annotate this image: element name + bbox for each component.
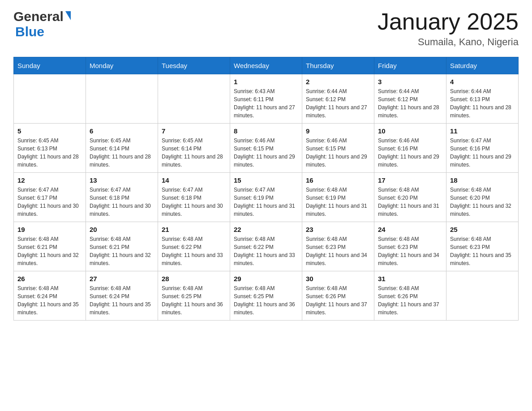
calendar-cell: 3Sunrise: 6:44 AM Sunset: 6:12 PM Daylig… bbox=[374, 74, 446, 124]
day-number: 31 bbox=[378, 275, 442, 283]
day-number: 4 bbox=[450, 78, 515, 86]
day-info: Sunrise: 6:48 AM Sunset: 6:23 PM Dayligh… bbox=[306, 235, 370, 267]
day-number: 15 bbox=[234, 176, 298, 184]
day-info: Sunrise: 6:48 AM Sunset: 6:21 PM Dayligh… bbox=[90, 235, 154, 267]
logo: General Blue bbox=[13, 9, 71, 39]
day-number: 1 bbox=[234, 78, 298, 86]
day-info: Sunrise: 6:48 AM Sunset: 6:21 PM Dayligh… bbox=[17, 235, 82, 267]
logo-blue-text: Blue bbox=[15, 24, 71, 39]
calendar-day-header: Tuesday bbox=[158, 57, 230, 74]
day-info: Sunrise: 6:48 AM Sunset: 6:19 PM Dayligh… bbox=[306, 186, 370, 218]
day-info: Sunrise: 6:47 AM Sunset: 6:19 PM Dayligh… bbox=[234, 186, 298, 218]
calendar-cell: 13Sunrise: 6:47 AM Sunset: 6:18 PM Dayli… bbox=[86, 173, 158, 222]
calendar-cell bbox=[14, 74, 86, 124]
day-number: 20 bbox=[90, 226, 154, 233]
calendar-cell: 17Sunrise: 6:48 AM Sunset: 6:20 PM Dayli… bbox=[374, 173, 446, 222]
day-number: 17 bbox=[378, 176, 442, 184]
day-info: Sunrise: 6:48 AM Sunset: 6:24 PM Dayligh… bbox=[17, 284, 82, 317]
calendar-header-row: SundayMondayTuesdayWednesdayThursdayFrid… bbox=[14, 57, 519, 74]
calendar-cell: 25Sunrise: 6:48 AM Sunset: 6:23 PM Dayli… bbox=[446, 222, 519, 271]
day-info: Sunrise: 6:44 AM Sunset: 6:12 PM Dayligh… bbox=[306, 87, 370, 120]
day-info: Sunrise: 6:48 AM Sunset: 6:20 PM Dayligh… bbox=[378, 186, 442, 218]
day-info: Sunrise: 6:48 AM Sunset: 6:26 PM Dayligh… bbox=[306, 284, 370, 317]
calendar-day-header: Friday bbox=[374, 57, 446, 74]
day-info: Sunrise: 6:44 AM Sunset: 6:13 PM Dayligh… bbox=[450, 87, 515, 120]
day-number: 11 bbox=[450, 127, 515, 135]
calendar-week-row: 26Sunrise: 6:48 AM Sunset: 6:24 PM Dayli… bbox=[14, 271, 519, 321]
day-number: 29 bbox=[234, 275, 298, 283]
day-number: 27 bbox=[90, 275, 154, 283]
calendar-cell: 27Sunrise: 6:48 AM Sunset: 6:24 PM Dayli… bbox=[86, 271, 158, 321]
calendar-week-row: 5Sunrise: 6:45 AM Sunset: 6:13 PM Daylig… bbox=[14, 124, 519, 173]
day-number: 19 bbox=[17, 226, 82, 233]
day-number: 3 bbox=[378, 78, 442, 86]
day-number: 21 bbox=[162, 226, 226, 233]
calendar-cell: 2Sunrise: 6:44 AM Sunset: 6:12 PM Daylig… bbox=[302, 74, 374, 124]
calendar-cell: 19Sunrise: 6:48 AM Sunset: 6:21 PM Dayli… bbox=[14, 222, 86, 271]
calendar-cell: 30Sunrise: 6:48 AM Sunset: 6:26 PM Dayli… bbox=[302, 271, 374, 321]
day-number: 7 bbox=[162, 127, 226, 135]
calendar-cell: 5Sunrise: 6:45 AM Sunset: 6:13 PM Daylig… bbox=[14, 124, 86, 173]
day-info: Sunrise: 6:45 AM Sunset: 6:13 PM Dayligh… bbox=[17, 137, 82, 169]
logo-triangle-icon bbox=[65, 11, 71, 20]
day-number: 14 bbox=[162, 176, 226, 184]
day-number: 16 bbox=[306, 176, 370, 184]
location-text: Sumaila, Kano, Nigeria bbox=[378, 36, 519, 48]
calendar-cell: 11Sunrise: 6:47 AM Sunset: 6:16 PM Dayli… bbox=[446, 124, 519, 173]
day-info: Sunrise: 6:47 AM Sunset: 6:18 PM Dayligh… bbox=[90, 186, 154, 218]
calendar-cell bbox=[158, 74, 230, 124]
calendar-cell: 6Sunrise: 6:45 AM Sunset: 6:14 PM Daylig… bbox=[86, 124, 158, 173]
day-info: Sunrise: 6:43 AM Sunset: 6:11 PM Dayligh… bbox=[234, 87, 298, 120]
calendar-cell: 12Sunrise: 6:47 AM Sunset: 6:17 PM Dayli… bbox=[14, 173, 86, 222]
day-number: 12 bbox=[17, 176, 82, 184]
calendar-cell: 31Sunrise: 6:48 AM Sunset: 6:26 PM Dayli… bbox=[374, 271, 446, 321]
day-number: 24 bbox=[378, 226, 442, 233]
day-number: 5 bbox=[17, 127, 82, 135]
calendar-day-header: Wednesday bbox=[230, 57, 302, 74]
day-info: Sunrise: 6:48 AM Sunset: 6:20 PM Dayligh… bbox=[450, 186, 515, 218]
calendar-cell: 29Sunrise: 6:48 AM Sunset: 6:25 PM Dayli… bbox=[230, 271, 302, 321]
calendar-cell: 28Sunrise: 6:48 AM Sunset: 6:25 PM Dayli… bbox=[158, 271, 230, 321]
day-info: Sunrise: 6:46 AM Sunset: 6:15 PM Dayligh… bbox=[234, 137, 298, 169]
calendar-day-header: Monday bbox=[86, 57, 158, 74]
calendar-cell: 20Sunrise: 6:48 AM Sunset: 6:21 PM Dayli… bbox=[86, 222, 158, 271]
day-info: Sunrise: 6:46 AM Sunset: 6:15 PM Dayligh… bbox=[306, 137, 370, 169]
day-info: Sunrise: 6:48 AM Sunset: 6:22 PM Dayligh… bbox=[162, 235, 226, 267]
calendar-cell: 7Sunrise: 6:45 AM Sunset: 6:14 PM Daylig… bbox=[158, 124, 230, 173]
day-info: Sunrise: 6:44 AM Sunset: 6:12 PM Dayligh… bbox=[378, 87, 442, 120]
calendar-cell: 14Sunrise: 6:47 AM Sunset: 6:18 PM Dayli… bbox=[158, 173, 230, 222]
day-number: 28 bbox=[162, 275, 226, 283]
calendar-cell bbox=[446, 271, 519, 321]
month-title: January 2025 bbox=[378, 9, 519, 34]
day-number: 2 bbox=[306, 78, 370, 86]
day-info: Sunrise: 6:48 AM Sunset: 6:25 PM Dayligh… bbox=[162, 284, 226, 317]
day-number: 6 bbox=[90, 127, 154, 135]
day-info: Sunrise: 6:45 AM Sunset: 6:14 PM Dayligh… bbox=[90, 137, 154, 169]
day-info: Sunrise: 6:48 AM Sunset: 6:23 PM Dayligh… bbox=[450, 235, 515, 267]
calendar-cell: 4Sunrise: 6:44 AM Sunset: 6:13 PM Daylig… bbox=[446, 74, 519, 124]
calendar-table: SundayMondayTuesdayWednesdayThursdayFrid… bbox=[13, 57, 519, 321]
calendar-cell: 16Sunrise: 6:48 AM Sunset: 6:19 PM Dayli… bbox=[302, 173, 374, 222]
calendar-day-header: Sunday bbox=[14, 57, 86, 74]
day-info: Sunrise: 6:48 AM Sunset: 6:22 PM Dayligh… bbox=[234, 235, 298, 267]
logo-general-text: General bbox=[13, 9, 64, 24]
day-number: 25 bbox=[450, 226, 515, 233]
day-number: 18 bbox=[450, 176, 515, 184]
day-number: 10 bbox=[378, 127, 442, 135]
calendar-cell: 9Sunrise: 6:46 AM Sunset: 6:15 PM Daylig… bbox=[302, 124, 374, 173]
title-section: January 2025 Sumaila, Kano, Nigeria bbox=[378, 9, 519, 48]
day-info: Sunrise: 6:48 AM Sunset: 6:23 PM Dayligh… bbox=[378, 235, 442, 267]
calendar-week-row: 12Sunrise: 6:47 AM Sunset: 6:17 PM Dayli… bbox=[14, 173, 519, 222]
day-info: Sunrise: 6:48 AM Sunset: 6:26 PM Dayligh… bbox=[378, 284, 442, 317]
calendar-week-row: 19Sunrise: 6:48 AM Sunset: 6:21 PM Dayli… bbox=[14, 222, 519, 271]
calendar-week-row: 1Sunrise: 6:43 AM Sunset: 6:11 PM Daylig… bbox=[14, 74, 519, 124]
day-info: Sunrise: 6:47 AM Sunset: 6:17 PM Dayligh… bbox=[17, 186, 82, 218]
calendar-cell: 24Sunrise: 6:48 AM Sunset: 6:23 PM Dayli… bbox=[374, 222, 446, 271]
day-info: Sunrise: 6:45 AM Sunset: 6:14 PM Dayligh… bbox=[162, 137, 226, 169]
day-number: 30 bbox=[306, 275, 370, 283]
day-number: 26 bbox=[17, 275, 82, 283]
day-number: 23 bbox=[306, 226, 370, 233]
day-number: 13 bbox=[90, 176, 154, 184]
day-info: Sunrise: 6:47 AM Sunset: 6:16 PM Dayligh… bbox=[450, 137, 515, 169]
calendar-cell: 23Sunrise: 6:48 AM Sunset: 6:23 PM Dayli… bbox=[302, 222, 374, 271]
